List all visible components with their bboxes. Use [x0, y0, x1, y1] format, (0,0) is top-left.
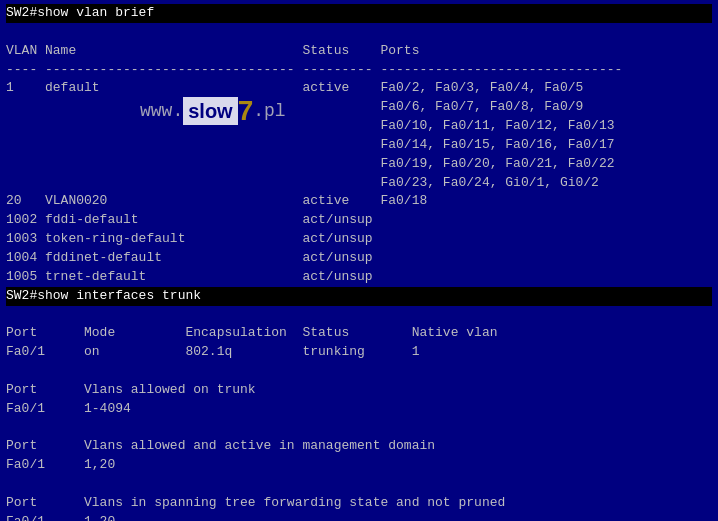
- watermark-number: 7: [238, 95, 254, 127]
- terminal-line: Fa0/19, Fa0/20, Fa0/21, Fa0/22: [6, 155, 712, 174]
- terminal-line: Port Mode Encapsulation Status Native vl…: [6, 324, 712, 343]
- watermark-suffix: .pl: [253, 101, 285, 121]
- terminal-line: 1002 fddi-default act/unsup: [6, 211, 712, 230]
- terminal-line: Fa0/14, Fa0/15, Fa0/16, Fa0/17: [6, 136, 712, 155]
- terminal-line: Fa0/1 1,20: [6, 513, 712, 521]
- terminal-line: [6, 23, 712, 42]
- terminal-line: 1 default active Fa0/2, Fa0/3, Fa0/4, Fa…: [6, 79, 712, 98]
- terminal-line: Port Vlans allowed on trunk: [6, 381, 712, 400]
- terminal-line: [6, 475, 712, 494]
- terminal-line: 1005 trnet-default act/unsup: [6, 268, 712, 287]
- watermark-slow: slow: [183, 97, 237, 125]
- terminal-line: VLAN Name Status Ports: [6, 42, 712, 61]
- terminal-line: Fa0/23, Fa0/24, Gi0/1, Gi0/2: [6, 174, 712, 193]
- watermark: www. slow 7 .pl: [140, 95, 286, 127]
- terminal-line: Fa0/1 1-4094: [6, 400, 712, 419]
- terminal: SW2#show vlan brief VLAN Name Status Por…: [0, 0, 718, 521]
- terminal-line: Port Vlans in spanning tree forwarding s…: [6, 494, 712, 513]
- terminal-line: [6, 419, 712, 438]
- terminal-line: Port Vlans allowed and active in managem…: [6, 437, 712, 456]
- terminal-line: Fa0/1 on 802.1q trunking 1: [6, 343, 712, 362]
- terminal-line: 1004 fddinet-default act/unsup: [6, 249, 712, 268]
- terminal-line: Fa0/10, Fa0/11, Fa0/12, Fa0/13: [6, 117, 712, 136]
- terminal-line: [6, 306, 712, 325]
- terminal-line: Fa0/6, Fa0/7, Fa0/8, Fa0/9: [6, 98, 712, 117]
- terminal-line: ---- -------------------------------- --…: [6, 61, 712, 80]
- terminal-line: SW2#show interfaces trunk: [6, 287, 712, 306]
- terminal-line: SW2#show vlan brief: [6, 4, 712, 23]
- terminal-line: 1003 token-ring-default act/unsup: [6, 230, 712, 249]
- terminal-line: 20 VLAN0020 active Fa0/18: [6, 192, 712, 211]
- terminal-line: Fa0/1 1,20: [6, 456, 712, 475]
- terminal-line: [6, 362, 712, 381]
- watermark-prefix: www.: [140, 101, 183, 121]
